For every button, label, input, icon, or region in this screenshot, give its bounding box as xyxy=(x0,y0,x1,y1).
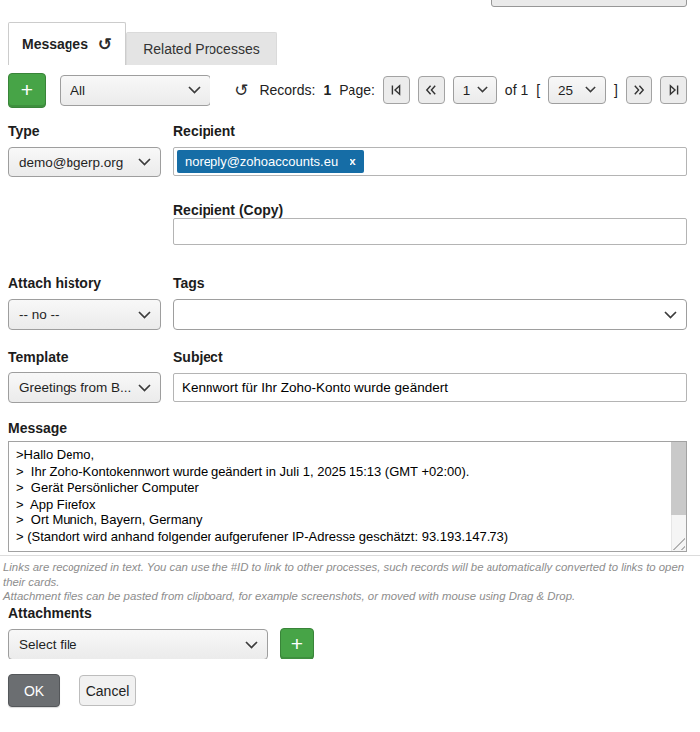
chevron-down-icon xyxy=(245,641,258,649)
template-select-value: Greetings from B... xyxy=(19,380,131,395)
hint-text: Links are recognized in text. You can us… xyxy=(3,560,698,604)
hint-line-2: Attachment files can be pasted from clip… xyxy=(3,589,698,604)
message-label: Message xyxy=(8,420,67,436)
previous-page-icon xyxy=(424,83,438,97)
add-message-button[interactable]: + xyxy=(8,73,46,108)
divider xyxy=(0,555,700,556)
chevron-down-icon xyxy=(138,158,151,166)
pagination: ↺ Records: 1 Page: 1 of 1 [ 25 ] xyxy=(234,76,687,104)
top-right-partial-select[interactable] xyxy=(491,0,687,7)
next-page-button[interactable] xyxy=(626,76,652,104)
tab-messages[interactable]: Messages ↺ xyxy=(8,22,126,65)
first-page-icon xyxy=(389,83,403,97)
hint-line-1: Links are recognized in text. You can us… xyxy=(3,560,698,589)
recipient-copy-label: Recipient (Copy) xyxy=(173,202,283,218)
recipient-field[interactable]: noreply@zohoaccounts.eu x xyxy=(173,147,687,176)
template-select[interactable]: Greetings from B... xyxy=(8,372,161,403)
recipient-label: Recipient xyxy=(173,123,235,139)
select-file-value: Select file xyxy=(19,637,77,652)
last-page-button[interactable] xyxy=(660,76,687,104)
first-page-button[interactable] xyxy=(383,76,410,104)
recipient-chip: noreply@zohoaccounts.eu x xyxy=(177,150,364,173)
tab-refresh-icon[interactable]: ↺ xyxy=(98,36,112,53)
message-form-page: Messages ↺ Related Processes + All ↺ Rec… xyxy=(0,0,700,732)
cancel-button[interactable]: Cancel xyxy=(79,675,136,706)
bracket-open: [ xyxy=(536,82,540,98)
message-scrollbar[interactable] xyxy=(671,442,686,551)
toolbar: + All ↺ Records: 1 Page: 1 of 1 [ 25 xyxy=(8,73,687,108)
subject-input[interactable] xyxy=(173,373,687,402)
tab-messages-label: Messages xyxy=(22,36,88,52)
records-count: 1 xyxy=(323,82,331,98)
tags-label: Tags xyxy=(173,275,205,291)
message-textarea[interactable]: >Hallo Demo, > Ihr Zoho-Kontokennwort wu… xyxy=(8,441,687,552)
page-label: Page: xyxy=(339,82,375,98)
chevron-down-icon xyxy=(138,384,151,392)
add-attachment-button[interactable]: + xyxy=(280,628,314,659)
next-page-icon xyxy=(632,83,646,97)
filter-select-value: All xyxy=(70,83,85,98)
tab-bar: Messages ↺ Related Processes xyxy=(8,22,277,65)
tags-select[interactable] xyxy=(173,299,687,330)
chevron-down-icon xyxy=(664,311,677,319)
scrollbar-thumb[interactable] xyxy=(671,442,686,515)
type-select-value: demo@bgerp.org xyxy=(19,155,123,170)
attach-history-value: -- no -- xyxy=(19,307,60,322)
records-refresh-icon[interactable]: ↺ xyxy=(234,82,248,99)
bracket-close: ] xyxy=(614,82,618,98)
tab-related-processes[interactable]: Related Processes xyxy=(126,32,277,65)
attach-history-label: Attach history xyxy=(8,275,101,291)
subject-label: Subject xyxy=(173,349,223,365)
ok-button-label: OK xyxy=(24,683,44,699)
page-number-value: 1 xyxy=(463,83,471,98)
tab-related-label: Related Processes xyxy=(143,41,260,57)
chevron-down-icon xyxy=(585,86,596,93)
last-page-icon xyxy=(667,83,681,97)
type-select[interactable]: demo@bgerp.org xyxy=(8,147,161,177)
recipient-copy-input[interactable] xyxy=(173,218,687,245)
ok-button[interactable]: OK xyxy=(8,674,60,707)
filter-select[interactable]: All xyxy=(60,75,210,106)
cancel-button-label: Cancel xyxy=(86,683,130,699)
records-label: Records: xyxy=(259,82,315,98)
page-number-select[interactable]: 1 xyxy=(453,76,497,104)
type-label: Type xyxy=(8,123,40,139)
template-label: Template xyxy=(8,349,68,365)
chevron-down-icon xyxy=(188,86,201,94)
plus-icon: + xyxy=(21,78,33,102)
plus-icon: + xyxy=(291,632,303,656)
recipient-chip-label: noreply@zohoaccounts.eu xyxy=(185,154,338,169)
chevron-down-icon xyxy=(477,86,488,93)
attach-history-select[interactable]: -- no -- xyxy=(8,299,161,330)
of-pages-label: of 1 xyxy=(505,82,528,98)
chip-remove-icon[interactable]: x xyxy=(350,156,355,168)
page-size-select[interactable]: 25 xyxy=(548,76,606,104)
select-file-dropdown[interactable]: Select file xyxy=(8,629,268,659)
attachments-label: Attachments xyxy=(8,605,92,621)
chevron-down-icon xyxy=(138,311,151,319)
previous-page-button[interactable] xyxy=(418,76,445,104)
page-size-value: 25 xyxy=(558,83,573,98)
message-text: >Hallo Demo, > Ihr Zoho-Kontokennwort wu… xyxy=(16,447,666,549)
